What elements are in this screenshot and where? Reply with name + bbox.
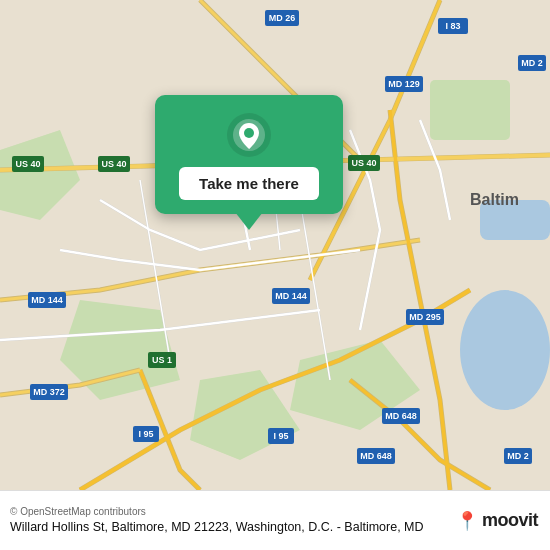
svg-text:MD 2: MD 2 <box>521 58 543 68</box>
svg-text:MD 144: MD 144 <box>275 291 307 301</box>
svg-text:MD 648: MD 648 <box>360 451 392 461</box>
location-pin-icon <box>227 113 271 157</box>
map-svg: MD 26 I 83 MD 2 MD 129 US 40 US 40 US 40… <box>0 0 550 490</box>
moovit-logo: 📍 moovit <box>456 510 538 532</box>
svg-text:MD 295: MD 295 <box>409 312 441 322</box>
svg-text:MD 648: MD 648 <box>385 411 417 421</box>
map-popup-card: Take me there <box>155 95 343 214</box>
svg-text:MD 2: MD 2 <box>507 451 529 461</box>
svg-point-45 <box>244 128 254 138</box>
svg-text:US 40: US 40 <box>351 158 376 168</box>
svg-text:US 1: US 1 <box>152 355 172 365</box>
svg-text:I 95: I 95 <box>273 431 288 441</box>
svg-text:I 83: I 83 <box>445 21 460 31</box>
map-container: MD 26 I 83 MD 2 MD 129 US 40 US 40 US 40… <box>0 0 550 490</box>
svg-text:MD 372: MD 372 <box>33 387 65 397</box>
svg-text:MD 26: MD 26 <box>269 13 296 23</box>
svg-text:I 95: I 95 <box>138 429 153 439</box>
svg-text:MD 129: MD 129 <box>388 79 420 89</box>
svg-text:MD 144: MD 144 <box>31 295 63 305</box>
svg-point-6 <box>460 290 550 410</box>
moovit-pin-icon: 📍 <box>456 510 478 532</box>
svg-rect-5 <box>430 80 510 140</box>
svg-text:US 40: US 40 <box>101 159 126 169</box>
bottom-bar: © OpenStreetMap contributors Willard Hol… <box>0 490 550 550</box>
moovit-wordmark: moovit <box>482 510 538 531</box>
copyright-text: © OpenStreetMap contributors <box>10 506 424 517</box>
address-text: Willard Hollins St, Baltimore, MD 21223,… <box>10 519 424 536</box>
svg-text:US 40: US 40 <box>15 159 40 169</box>
svg-text:Baltim: Baltim <box>470 191 519 208</box>
take-me-there-button[interactable]: Take me there <box>179 167 319 200</box>
address-group: © OpenStreetMap contributors Willard Hol… <box>10 506 424 536</box>
